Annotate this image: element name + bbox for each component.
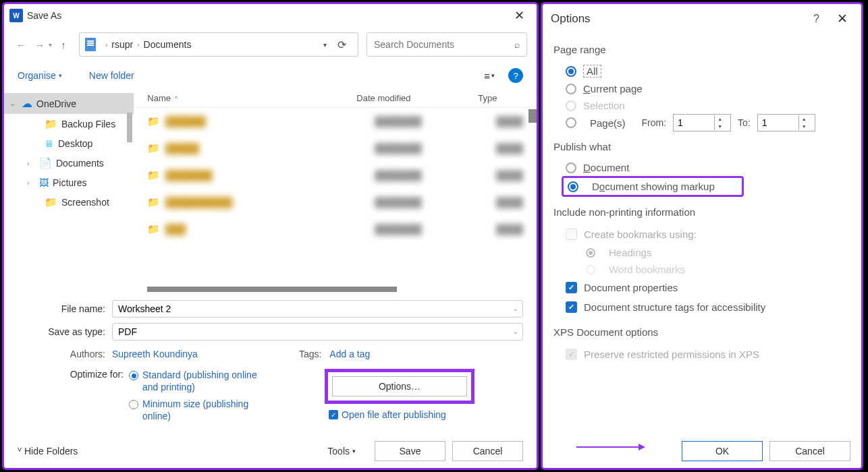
to-label: To: — [738, 117, 751, 128]
from-spinner[interactable]: ▲▼ — [673, 114, 731, 131]
arrow-annotation — [576, 446, 644, 448]
back-button[interactable]: ← — [13, 37, 28, 52]
options-title: Options — [551, 12, 813, 26]
spin-up-icon[interactable]: ▲ — [799, 115, 809, 123]
radio-minimum[interactable]: Minimum size (publishing online) — [129, 398, 264, 422]
radio-document[interactable]: Document — [553, 159, 850, 176]
filename-label: File name: — [18, 303, 112, 314]
help-icon[interactable]: ? — [508, 68, 523, 83]
tree-label: Backup Files — [61, 119, 115, 129]
chevron-down-icon[interactable]: ▾ — [323, 41, 327, 49]
spin-down-icon[interactable]: ▼ — [715, 123, 725, 130]
savetype-input[interactable]: PDF⌄ — [112, 323, 523, 341]
spin-down-icon[interactable]: ▼ — [799, 123, 809, 130]
cancel-button[interactable]: Cancel — [769, 441, 850, 461]
chevron-up-icon: ⱽ — [18, 446, 22, 456]
file-row[interactable]: 📁████████████████ — [134, 135, 537, 162]
radio-icon — [566, 66, 576, 77]
dialog-title: Save As — [27, 10, 508, 21]
tools-dropdown[interactable]: Tools ▾ — [327, 446, 356, 456]
new-folder-button[interactable]: New folder — [89, 70, 134, 81]
markup-highlight: Document showing markup — [562, 176, 744, 197]
cancel-button[interactable]: Cancel — [452, 441, 523, 461]
desktop-icon: 🖥 — [45, 138, 54, 149]
breadcrumb-seg1[interactable]: rsupr — [111, 39, 133, 50]
save-button[interactable]: Save — [375, 441, 445, 461]
view-mode-button[interactable]: ≡ ▾ — [479, 67, 500, 84]
authors-value[interactable]: Supreeth Koundinya — [112, 349, 198, 359]
tree-item-onedrive[interactable]: ⌄ ☁ OneDrive — [4, 93, 134, 114]
tree-item-backup[interactable]: 📁 Backup Files — [4, 114, 127, 134]
tree-label: Pictures — [53, 177, 87, 188]
checkbox-checked-icon[interactable] — [329, 410, 338, 419]
chevron-down-icon[interactable]: ⌄ — [9, 99, 18, 108]
col-date[interactable]: Date modified — [356, 93, 478, 103]
chevron-down-icon: ⌄ — [513, 305, 518, 312]
breadcrumb-seg2[interactable]: Documents — [144, 39, 192, 50]
close-icon[interactable]: ✕ — [508, 7, 531, 24]
search-input[interactable] — [374, 39, 514, 50]
search-icon[interactable]: ⌕ — [514, 39, 520, 50]
radio-icon — [129, 400, 138, 409]
file-row[interactable]: 📁██████████████████ — [134, 162, 537, 189]
tree-scrollbar[interactable] — [127, 113, 132, 142]
check-doc-properties[interactable]: Document properties — [553, 278, 850, 297]
search-box[interactable]: ⌕ — [367, 32, 527, 57]
radio-icon — [568, 181, 578, 192]
chevron-right-icon: › — [105, 41, 107, 49]
tree-item-desktop[interactable]: 🖥 Desktop — [4, 134, 127, 153]
refresh-icon[interactable]: ⟳ — [333, 36, 350, 53]
optimize-label: Optimize for: — [18, 369, 129, 426]
address-bar: ← → ▾ ↑ › rsupr › Documents ▾ ⟳ ⌕ — [4, 27, 537, 62]
body-area: ⌄ ☁ OneDrive 📁 Backup Files 🖥 Desktop › … — [4, 89, 537, 292]
tree-item-screenshot[interactable]: 📁 Screenshot — [4, 192, 134, 212]
to-spinner[interactable]: ▲▼ — [757, 114, 815, 131]
chevron-right-icon[interactable]: › — [27, 159, 35, 167]
location-icon — [85, 38, 96, 51]
check-structure-tags[interactable]: Document structure tags for accessibilit… — [553, 297, 850, 317]
close-icon[interactable]: ✕ — [832, 9, 853, 28]
radio-pages[interactable] — [566, 117, 576, 128]
authors-label: Authors: — [18, 349, 112, 359]
breadcrumb-path[interactable]: › rsupr › Documents ▾ ⟳ — [79, 32, 358, 57]
file-row[interactable]: 📁██████████████ — [134, 216, 537, 243]
tags-link[interactable]: Add a tag — [329, 349, 370, 359]
chevron-right-icon[interactable]: › — [27, 179, 35, 187]
options-dialog: Options ? ✕ Page range All Current page … — [541, 2, 863, 470]
checkbox-checked-icon — [566, 282, 577, 293]
tree-item-documents[interactable]: › 📄 Documents — [4, 153, 134, 173]
form-area: File name: Worksheet 2⌄ Save as type: PD… — [4, 292, 537, 434]
forward-button[interactable]: → — [32, 37, 47, 52]
options-body: Page range All Current page Selection Pa… — [543, 33, 861, 434]
radio-icon — [566, 100, 576, 111]
radio-all[interactable]: All — [553, 62, 850, 80]
tags-label: Tags: — [299, 349, 321, 359]
file-list: Name ^ Date modified Type 📁█████████████… — [134, 89, 537, 292]
publish-what-title: Publish what — [553, 141, 850, 152]
savetype-label: Save as type: — [18, 326, 112, 337]
title-bar: Save As ✕ — [4, 4, 537, 27]
radio-current-page[interactable]: Current page — [553, 80, 850, 97]
file-row[interactable]: 📁█████████████████████ — [134, 189, 537, 216]
checkbox-disabled-icon — [566, 349, 577, 360]
radio-markup-label[interactable]: Document showing markup — [592, 181, 715, 192]
file-row[interactable]: 📁█████████████████ — [134, 108, 537, 135]
history-dropdown-icon[interactable]: ▾ — [49, 41, 52, 49]
up-button[interactable]: ↑ — [56, 37, 71, 52]
organise-dropdown[interactable]: Organise▾ — [18, 70, 62, 81]
help-icon[interactable]: ? — [813, 13, 819, 25]
col-type[interactable]: Type — [478, 93, 518, 103]
spin-up-icon[interactable]: ▲ — [715, 115, 725, 123]
word-icon — [9, 9, 23, 22]
col-name[interactable]: Name ^ — [147, 93, 356, 103]
radio-standard[interactable]: Standard (publishing online and printing… — [129, 369, 264, 393]
tree-item-pictures[interactable]: › 🖼 Pictures — [4, 173, 134, 192]
ok-button[interactable]: OK — [682, 441, 763, 461]
options-button[interactable]: Options… — [332, 376, 467, 396]
scrollbar-v[interactable] — [528, 109, 537, 123]
hide-folders-button[interactable]: ⱽHide Folders — [18, 446, 78, 456]
radio-headings: Headings — [586, 244, 850, 261]
radio-icon — [566, 163, 576, 173]
filename-input[interactable]: Worksheet 2⌄ — [112, 300, 523, 318]
scrollbar-h[interactable] — [147, 287, 397, 292]
